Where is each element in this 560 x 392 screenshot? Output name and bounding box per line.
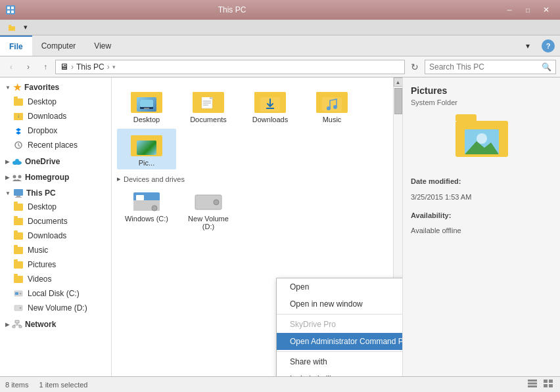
search-input[interactable] [429, 62, 542, 72]
sidebar-homegroup-header[interactable]: ▶ Homegroup [0, 171, 111, 184]
search-button[interactable]: 🔍 [542, 62, 551, 72]
refresh-button[interactable]: ↻ [408, 60, 422, 74]
sidebar-thispc-new-volume[interactable]: New Volume (D:) [0, 301, 111, 315]
context-menu-sep2 [277, 351, 402, 352]
thispc-label: This PC [26, 188, 56, 198]
ribbon: File Computer View ▾ ? [0, 35, 560, 56]
address-path-thispc: This PC [76, 62, 105, 72]
svg-point-19 [20, 293, 22, 295]
sidebar-thispc-desktop[interactable]: Desktop [0, 200, 111, 214]
title-bar-left [5, 5, 16, 15]
folder-item-desktop[interactable]: Desktop [117, 85, 176, 126]
sidebar-item-recent[interactable]: Recent places [0, 138, 111, 152]
device-windows-c-label: Windows (C:) [125, 215, 168, 223]
svg-rect-3 [7, 11, 10, 13]
tab-view[interactable]: View [85, 35, 120, 56]
sidebar-desktop-label: Desktop [28, 97, 57, 106]
right-panel: Pictures System Folder [402, 77, 560, 376]
context-menu-item-open[interactable]: Open [277, 278, 402, 295]
svg-point-11 [15, 159, 19, 163]
onedrive-label: OneDrive [25, 157, 60, 166]
sidebar-local-disk-label: Local Disk (C:) [28, 289, 80, 298]
network-icon [12, 320, 22, 329]
back-button[interactable]: ‹ [4, 60, 18, 74]
sidebar-item-desktop[interactable]: Desktop [0, 95, 111, 109]
svg-rect-14 [14, 189, 23, 196]
sidebar-favorites-header[interactable]: ▼ ★ Favorites [0, 80, 111, 95]
sidebar-thispc-pictures[interactable]: Pictures [0, 257, 111, 272]
favorites-star-icon: ★ [13, 82, 22, 93]
forward-button[interactable]: › [21, 60, 35, 74]
grid-view-icon [543, 379, 553, 388]
context-menu-item-share-with[interactable]: Share with ▶ [277, 353, 402, 370]
main-area: ▼ ★ Favorites Desktop ↓ Downloads [0, 77, 560, 376]
maximize-button[interactable]: □ [519, 3, 536, 16]
windows-disk-icon [131, 190, 162, 215]
grid-view-button[interactable] [542, 378, 555, 391]
folder-item-downloads[interactable]: Downloads [241, 85, 300, 126]
sidebar-downloads-label: Downloads [28, 112, 66, 121]
qa-dropdown[interactable]: ▾ [21, 22, 30, 33]
svg-rect-22 [15, 320, 19, 323]
sidebar-network-header[interactable]: ▶ Network [0, 318, 111, 331]
context-menu-item-admin-cmd[interactable]: Open Administrator Command Prompt Here [277, 333, 402, 350]
sidebar-thispc-header[interactable]: ▼ This PC [0, 186, 111, 200]
list-view-button[interactable] [526, 378, 539, 391]
title-bar: This PC ─ □ ✕ [0, 0, 560, 20]
svg-rect-52 [544, 380, 548, 383]
up-button[interactable]: ↑ [38, 60, 53, 74]
folder-item-pictures[interactable]: Pic... [117, 129, 176, 169]
svg-point-38 [327, 106, 331, 110]
folder-item-music[interactable]: Music [302, 85, 362, 126]
address-bar: ‹ › ↑ 🖥 › This PC › ▾ ↻ 🔍 [0, 56, 560, 77]
sidebar-thispc-downloads[interactable]: Downloads [0, 229, 111, 243]
qa-menu-button[interactable] [5, 22, 18, 33]
svg-rect-2 [11, 7, 14, 9]
sidebar-thispc-music[interactable]: Music [0, 243, 111, 257]
sidebar-item-dropbox[interactable]: Dropbox [0, 123, 111, 138]
status-bar: 8 items 1 item selected [0, 376, 560, 392]
sidebar-item-downloads[interactable]: ↓ Downloads [0, 109, 111, 123]
device-windows-c[interactable]: Windows (C:) [117, 187, 176, 233]
folder-item-documents[interactable]: Documents [179, 85, 238, 126]
preview-title: Pictures [411, 85, 552, 96]
svg-marker-7 [16, 128, 21, 135]
ribbon-collapse[interactable]: ▾ [517, 37, 539, 54]
context-menu-item-include-library[interactable]: Include in library ▶ [277, 370, 402, 376]
svg-rect-23 [12, 326, 15, 328]
sidebar-new-volume-label: New Volume (D:) [28, 303, 87, 313]
help-button[interactable]: ? [542, 39, 555, 53]
close-button[interactable]: ✕ [538, 3, 555, 16]
sidebar-thispc-desktop-label: Desktop [28, 202, 57, 211]
svg-point-21 [20, 307, 22, 309]
tab-file[interactable]: File [0, 35, 32, 56]
device-new-volume-d[interactable]: New Volume (D:) [179, 187, 238, 233]
tab-computer[interactable]: Computer [32, 35, 85, 56]
folder-music-name: Music [323, 116, 342, 123]
sidebar-thispc-videos[interactable]: Videos [0, 272, 111, 286]
music-folder-icon [316, 88, 348, 113]
svg-rect-50 [528, 383, 537, 385]
context-menu: Open Open in new window SkyDrive Pro ▶ O… [276, 278, 402, 376]
homegroup-label: Homegroup [25, 173, 69, 182]
sidebar-recent-label: Recent places [28, 141, 78, 150]
scroll-up-button[interactable]: ▲ [394, 77, 403, 87]
devices-arrow: ▸ [117, 175, 121, 183]
sidebar-thispc-local-disk[interactable]: Local Disk (C:) [0, 286, 111, 301]
path-separator1: › [71, 62, 74, 72]
scroll-thumb[interactable] [394, 88, 402, 114]
sidebar-onedrive-header[interactable]: ▶ OneDrive [0, 155, 111, 168]
folder-desktop-name: Desktop [133, 116, 160, 123]
dropbox-icon [13, 125, 24, 136]
sidebar-thispc-documents[interactable]: Documents [0, 214, 111, 229]
status-view-buttons [526, 378, 555, 391]
include-library-label: Include in library [290, 374, 347, 376]
context-menu-item-open-new-window[interactable]: Open in new window [277, 295, 402, 313]
minimize-button[interactable]: ─ [501, 3, 518, 16]
sidebar-section-homegroup: ▶ Homegroup [0, 171, 111, 184]
address-input[interactable]: 🖥 › This PC › ▾ [55, 60, 405, 74]
quick-access-toolbar: ▾ [0, 20, 560, 35]
window-title: This PC [16, 5, 448, 14]
thispc-icon [13, 188, 24, 198]
device-new-volume-label: New Volume (D:) [181, 215, 235, 230]
